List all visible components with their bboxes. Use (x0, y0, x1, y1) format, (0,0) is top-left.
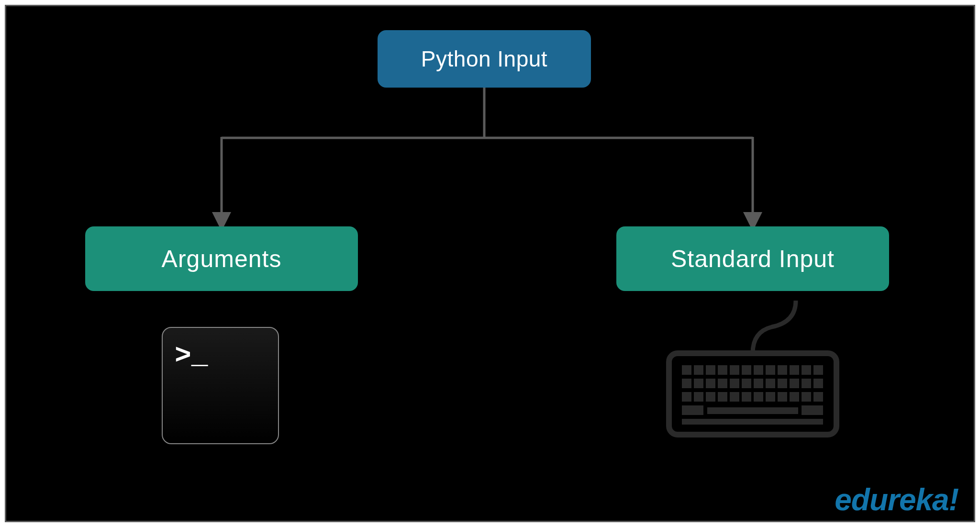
brand-logo: edureka! (835, 482, 958, 517)
diagram-frame: Python Input Arguments Standard Input >_ (5, 5, 975, 522)
svg-rect-32 (718, 392, 727, 402)
svg-rect-13 (778, 365, 787, 375)
svg-rect-26 (790, 379, 799, 388)
child-node-standard-input: Standard Input (616, 226, 889, 291)
child-node-label: Standard Input (671, 245, 835, 273)
svg-rect-22 (742, 379, 751, 388)
svg-rect-18 (694, 379, 703, 388)
svg-rect-11 (754, 365, 763, 375)
svg-rect-41 (682, 405, 703, 415)
connector-lines (6, 88, 980, 231)
svg-rect-14 (790, 365, 799, 375)
svg-rect-15 (802, 365, 811, 375)
svg-rect-36 (766, 392, 775, 402)
svg-rect-6 (694, 365, 703, 375)
svg-rect-38 (790, 392, 799, 402)
root-node-label: Python Input (421, 46, 547, 72)
svg-rect-17 (682, 379, 691, 388)
child-node-label: Arguments (162, 245, 282, 273)
svg-rect-39 (802, 392, 811, 402)
child-node-arguments: Arguments (85, 226, 358, 291)
keyboard-icon (662, 293, 844, 447)
svg-rect-27 (802, 379, 811, 388)
terminal-icon: >_ (162, 327, 279, 444)
svg-rect-37 (778, 392, 787, 402)
svg-rect-10 (742, 365, 751, 375)
svg-rect-44 (682, 419, 823, 425)
svg-rect-8 (718, 365, 727, 375)
svg-rect-33 (730, 392, 739, 402)
svg-rect-20 (718, 379, 727, 388)
svg-rect-21 (730, 379, 739, 388)
svg-rect-5 (682, 365, 691, 375)
terminal-prompt-text: >_ (175, 340, 208, 371)
svg-rect-9 (730, 365, 739, 375)
svg-rect-19 (706, 379, 715, 388)
svg-rect-25 (778, 379, 787, 388)
svg-rect-42 (707, 407, 798, 414)
svg-rect-23 (754, 379, 763, 388)
svg-rect-30 (694, 392, 703, 402)
svg-rect-28 (813, 379, 823, 388)
svg-rect-34 (742, 392, 751, 402)
svg-rect-24 (766, 379, 775, 388)
root-node-python-input: Python Input (378, 30, 591, 88)
svg-rect-40 (813, 392, 823, 402)
svg-rect-35 (754, 392, 763, 402)
svg-rect-16 (813, 365, 823, 375)
svg-rect-43 (802, 405, 823, 415)
svg-rect-31 (706, 392, 715, 402)
svg-rect-29 (682, 392, 691, 402)
svg-rect-12 (766, 365, 775, 375)
svg-rect-7 (706, 365, 715, 375)
